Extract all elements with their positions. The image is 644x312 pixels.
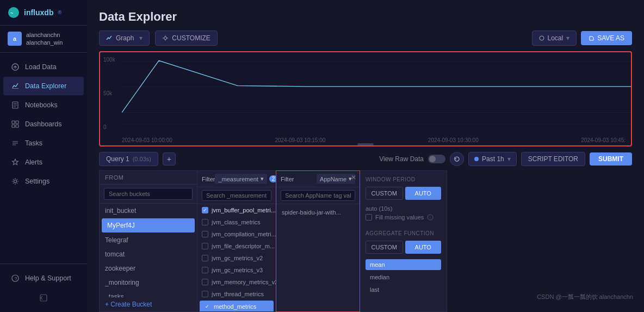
svg-point-0 [8, 7, 19, 18]
window-auto-button[interactable]: AUTO [405, 187, 442, 200]
chevron-down-icon: ▾ [566, 34, 569, 42]
view-raw-toggle[interactable] [428, 155, 445, 163]
query-timing: (0.03s) [133, 156, 151, 162]
from-search-input[interactable] [104, 188, 193, 200]
toolbar-right: Local ▾ SAVE AS [532, 30, 633, 46]
submit-button[interactable]: SUBMIT [590, 152, 632, 166]
close-icon[interactable]: ✕ [351, 174, 356, 181]
sidebar-item-dashboards[interactable]: Dashboards [3, 115, 84, 133]
fill-checkbox[interactable] [366, 214, 372, 221]
appname-dropdown[interactable]: AppName ▾ [317, 174, 355, 184]
list-item-selected[interactable]: ✓ method_metrics [200, 301, 274, 311]
sidebar-item-help[interactable]: ? Help & Support [3, 269, 84, 287]
chart-resize-grip[interactable] [357, 143, 374, 145]
agg-item-last[interactable]: last [366, 284, 441, 295]
checkbox[interactable] [202, 291, 208, 297]
save-as-button[interactable]: SAVE AS [581, 31, 632, 45]
list-item[interactable]: Telegraf [100, 233, 197, 247]
list-item-selected[interactable]: MyPerf4J [102, 218, 195, 233]
checkbox[interactable]: ✓ [204, 303, 210, 310]
list-item[interactable]: init_bucket [100, 204, 197, 218]
query-bar-right: View Raw Data Past 1h ▾ SCRIPT EDITOR SU… [379, 152, 632, 166]
toggle-knob [429, 156, 436, 162]
list-item[interactable]: _monitoring [100, 276, 197, 290]
list-item[interactable]: zookeeper [100, 261, 197, 276]
sidebar-item-tasks[interactable]: Tasks [3, 134, 84, 152]
script-editor-button[interactable]: SCRIPT EDITOR [521, 152, 585, 166]
customize-button[interactable]: CUSTOMIZE [155, 30, 217, 46]
refresh-button[interactable] [450, 152, 464, 166]
appname-search [276, 187, 360, 204]
svg-point-9 [14, 180, 17, 182]
filter-dropdown-area: _measurement ▾ 2 [215, 174, 277, 184]
right-panel: WINDOW PERIOD CUSTOM AUTO auto (10s) Fil… [360, 170, 447, 312]
list-item[interactable]: jvm_thread_metrics [197, 288, 276, 300]
sidebar-item-label: Alerts [25, 158, 42, 166]
svg-text:?: ? [15, 276, 17, 282]
chevron-down-icon: ▾ [507, 155, 511, 163]
logo-suffix: ® [58, 10, 61, 15]
checkbox[interactable] [202, 279, 208, 285]
query-tab-label: Query 1 [106, 155, 129, 163]
logo-area: ~ influxdb ® [0, 0, 87, 26]
from-search-area [100, 185, 197, 204]
sidebar-item-load-data[interactable]: Load Data [3, 58, 84, 76]
query-bar: Query 1 (0.03s) + View Raw Data Past 1h … [99, 152, 632, 166]
list-item[interactable]: jvm_compilation_metri... [197, 228, 276, 240]
agg-auto-button[interactable]: AUTO [405, 241, 442, 254]
list-item[interactable]: jvm_class_metrics [197, 216, 276, 228]
graph-icon [106, 35, 113, 41]
agg-custom-button[interactable]: CUSTOM [366, 241, 403, 254]
x-label-0: 2024-09-03 10:00:00 [122, 137, 172, 143]
svg-rect-7 [12, 125, 15, 127]
create-bucket-button[interactable]: + Create Bucket [100, 297, 197, 311]
measurement-search-input[interactable] [202, 190, 271, 201]
checkbox[interactable] [202, 243, 208, 249]
appname-filter-title: Filter [281, 176, 294, 182]
local-label: Local [548, 34, 564, 42]
sidebar-collapse-btn[interactable] [0, 288, 87, 308]
list-item[interactable]: tomcat [100, 247, 197, 261]
checkbox[interactable] [202, 267, 208, 273]
checkbox[interactable]: ✓ [202, 207, 208, 213]
time-range-dot [474, 157, 479, 161]
list-item[interactable]: _tasks [100, 290, 197, 297]
save-icon [589, 35, 594, 41]
list-item[interactable]: jvm_file_descriptor_m... [197, 240, 276, 252]
sidebar-item-data-explorer[interactable]: Data Explorer [3, 77, 84, 95]
list-item[interactable]: ✓ jvm_buffer_pool_metri... [197, 204, 276, 216]
chart-area: 100k 50k 0 2024-09-03 10:00:00 2024-09-0… [99, 51, 632, 146]
filter-header: Filter _measurement ▾ 2 [197, 171, 276, 187]
graph-type-button[interactable]: Graph ▾ [99, 30, 150, 46]
add-query-button[interactable]: + [163, 152, 176, 166]
list-item[interactable]: jvm_gc_metrics_v2 [197, 252, 276, 264]
tasks-icon [11, 139, 20, 148]
measurement-search [197, 187, 276, 204]
sidebar-item-settings[interactable]: Settings [3, 172, 84, 191]
list-item[interactable]: jvm_gc_metrics_v3 [197, 264, 276, 276]
checkbox[interactable] [202, 255, 208, 261]
agg-item-median[interactable]: median [366, 272, 441, 283]
checkbox[interactable] [202, 231, 208, 237]
sidebar-item-alerts[interactable]: Alerts [3, 153, 84, 172]
user-area[interactable]: a alanchanchn alanchan_win [0, 26, 87, 53]
sidebar-item-label: Tasks [25, 139, 42, 147]
measurement-dropdown[interactable]: _measurement ▾ [215, 174, 267, 184]
dashboard-icon [11, 120, 20, 129]
appname-search-input[interactable] [281, 190, 355, 201]
window-custom-button[interactable]: CUSTOM [366, 187, 403, 200]
agg-item-mean[interactable]: mean [366, 259, 441, 270]
list-item[interactable]: jvm_memory_metrics_v2 [197, 276, 276, 288]
local-button[interactable]: Local ▾ [532, 30, 577, 46]
info-icon: i [427, 214, 434, 221]
sidebar-item-label: Settings [25, 178, 49, 185]
query-tab-1[interactable]: Query 1 (0.03s) [99, 152, 158, 166]
checkbox[interactable] [202, 219, 208, 225]
svg-rect-6 [16, 121, 18, 124]
aggregate-function-title: AGGREGATE FUNCTION [366, 230, 441, 236]
list-item[interactable]: spider-baidu-jar-with... [276, 206, 360, 218]
sidebar-item-notebooks[interactable]: Notebooks [3, 96, 84, 114]
appname-value-list: spider-baidu-jar-with... [276, 204, 360, 311]
aggregate-list: mean median last [366, 259, 441, 295]
time-range-button[interactable]: Past 1h ▾ [468, 152, 517, 166]
